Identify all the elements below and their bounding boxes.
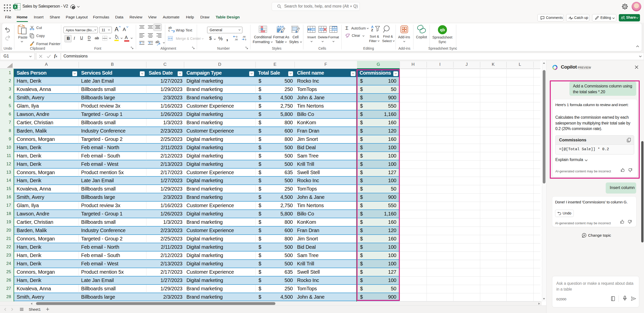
svg-text:0: 0: [236, 36, 237, 38]
svg-text:0: 0: [245, 38, 246, 41]
svg-text:qb: qb: [440, 28, 445, 32]
svg-text:X: X: [14, 5, 16, 9]
svg-text:.00: .00: [242, 36, 246, 38]
svg-text:.00: .00: [235, 38, 238, 41]
